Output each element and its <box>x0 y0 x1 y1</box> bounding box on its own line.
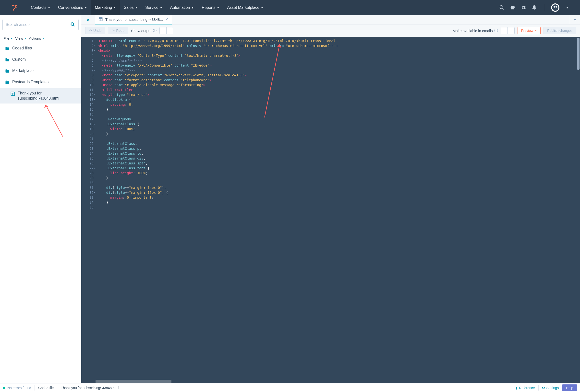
tree-folder-label: Custom <box>12 57 26 62</box>
editor-area: Thank you for subscribing!-43848... ✕ ▼ … <box>81 15 580 383</box>
svg-line-4 <box>13 6 16 10</box>
errors-status: No errors found <box>7 386 31 390</box>
status-dot <box>3 387 5 389</box>
search-icon <box>70 22 75 28</box>
redo-icon: ↷ <box>112 29 115 33</box>
bell-icon[interactable] <box>531 5 537 10</box>
vertical-scrollbar-track[interactable] <box>577 37 580 383</box>
chevron-down-icon: ▼ <box>135 6 138 9</box>
folder-icon <box>5 69 10 75</box>
chevron-down-icon: ▼ <box>24 37 26 40</box>
close-icon[interactable]: ✕ <box>165 17 168 21</box>
file-type: Coded file <box>38 386 54 390</box>
search-input[interactable] <box>6 22 70 27</box>
tree-folder-label: Marketplace <box>12 68 33 73</box>
tree-folder[interactable]: Postcards Templates <box>0 77 81 88</box>
nav-item-automation[interactable]: Automation▼ <box>166 0 198 15</box>
vertical-scrollbar-thumb[interactable] <box>577 38 580 70</box>
nav-items: Contacts▼Conversations▼Marketing▼Sales▼S… <box>27 0 499 15</box>
nav-right: ▼ <box>499 3 570 12</box>
nav-item-asset-marketplace[interactable]: Asset Marketplace▼ <box>223 0 267 15</box>
svg-line-9 <box>73 25 74 26</box>
redo-button[interactable]: ↷Redo <box>108 27 128 34</box>
folder-open-icon <box>5 80 10 86</box>
file-layout-icon <box>99 17 103 22</box>
info-icon[interactable]: ⓘ <box>494 28 498 33</box>
settings-link[interactable]: ✿Settings <box>542 386 559 390</box>
svg-line-7 <box>503 8 504 9</box>
sidebar-menus: File▼View▼Actions▼ <box>0 34 81 43</box>
undo-icon: ↶ <box>89 29 92 33</box>
chevron-down-icon: ▼ <box>191 6 194 9</box>
publish-button[interactable]: Publish changes <box>544 27 576 34</box>
show-output-toggle[interactable] <box>159 27 173 34</box>
nav-item-marketing[interactable]: Marketing▼ <box>91 0 120 15</box>
search-icon[interactable] <box>499 5 505 10</box>
svg-rect-10 <box>11 92 15 96</box>
svg-point-8 <box>71 22 74 25</box>
chevron-down-icon: ▼ <box>261 6 263 9</box>
svg-point-5 <box>16 6 17 7</box>
gutter: 12▾3▾4567▾89101112▾13▾1415161718▾1920212… <box>81 37 96 383</box>
nav-item-reports[interactable]: Reports▼ <box>198 0 223 15</box>
show-output-label: Show output ⓘ <box>131 28 156 33</box>
tabs-dropdown[interactable]: ▼ <box>570 15 580 24</box>
chevron-down-icon: ▼ <box>535 29 537 32</box>
reference-link[interactable]: ▮Reference <box>516 386 535 390</box>
chevron-down-icon: ▼ <box>10 37 13 40</box>
sidebar: File▼View▼Actions▼ Coded filesCustomMark… <box>0 15 81 383</box>
file-layout-icon <box>10 91 15 97</box>
tree-folder-label: Coded files <box>12 46 32 51</box>
main-container: File▼View▼Actions▼ Coded filesCustomMark… <box>0 15 580 383</box>
chevron-down-icon: ▼ <box>217 6 219 9</box>
preview-button[interactable]: Preview ▼ <box>518 27 541 34</box>
chevron-down-icon: ▼ <box>42 37 44 40</box>
nav-item-service[interactable]: Service▼ <box>141 0 166 15</box>
file-name: Thank you for subscribing!-43848.html <box>61 386 119 390</box>
tree-folder-label: Postcards Templates <box>12 80 48 85</box>
nav-divider <box>544 4 544 11</box>
sidebar-menu-file[interactable]: File▼ <box>3 36 13 40</box>
tree-folder[interactable]: Coded files <box>0 43 81 55</box>
folder-icon <box>5 46 10 52</box>
sidebar-menu-view[interactable]: View▼ <box>15 36 26 40</box>
horizontal-scrollbar[interactable] <box>96 380 171 383</box>
svg-rect-13 <box>99 17 102 21</box>
chevron-down-icon: ▼ <box>160 6 162 9</box>
avatar[interactable] <box>551 3 560 12</box>
undo-button[interactable]: ↶Undo <box>85 27 105 34</box>
chevron-down-icon: ▼ <box>85 6 87 9</box>
code-lines[interactable]: <!DOCTYPE html PUBLIC "-//W3C//DTD XHTML… <box>96 37 580 383</box>
file-tree: Coded filesCustomMarketplacePostcards Te… <box>0 43 81 383</box>
marketplace-icon[interactable] <box>510 5 516 10</box>
toolbar: ↶Undo ↷Redo Show output ⓘ Make available… <box>81 24 580 37</box>
nav-item-contacts[interactable]: Contacts▼ <box>27 0 54 15</box>
make-available-label: Make available in emails ⓘ <box>453 28 498 33</box>
top-nav: Contacts▼Conversations▼Marketing▼Sales▼S… <box>0 0 580 15</box>
tree-folder[interactable]: Marketplace <box>0 66 81 77</box>
help-button[interactable]: Help <box>562 385 577 391</box>
tree-file[interactable]: Thank you for subscribing!-43848.html <box>0 88 81 103</box>
tree-folder[interactable]: Custom <box>0 55 81 66</box>
svg-point-6 <box>500 6 503 9</box>
sidebar-menu-actions[interactable]: Actions▼ <box>29 36 44 40</box>
code-editor[interactable]: 12▾3▾4567▾89101112▾13▾1415161718▾1920212… <box>81 37 580 383</box>
make-available-toggle[interactable] <box>501 27 515 34</box>
tabs-row: Thank you for subscribing!-43848... ✕ ▼ <box>81 15 580 24</box>
info-icon[interactable]: ⓘ <box>153 28 156 33</box>
tab-label: Thank you for subscribing!-43848... <box>105 17 163 21</box>
collapse-sidebar-button[interactable] <box>81 15 95 24</box>
avatar-caret-icon[interactable]: ▼ <box>564 5 570 10</box>
tree-file-label: Thank you for subscribing!-43848.html <box>18 91 76 101</box>
gear-icon[interactable] <box>521 5 526 10</box>
gear-icon: ✿ <box>542 386 545 390</box>
nav-item-conversations[interactable]: Conversations▼ <box>54 0 91 15</box>
chevron-down-icon: ▼ <box>113 6 116 9</box>
footer: No errors found Coded file Thank you for… <box>0 383 580 392</box>
search-assets-box[interactable] <box>2 19 79 30</box>
hubspot-logo[interactable] <box>10 3 20 12</box>
book-icon: ▮ <box>516 386 518 390</box>
nav-item-sales[interactable]: Sales▼ <box>120 0 141 15</box>
chevron-down-icon: ▼ <box>48 6 50 9</box>
tab-open-file[interactable]: Thank you for subscribing!-43848... ✕ <box>95 15 172 24</box>
